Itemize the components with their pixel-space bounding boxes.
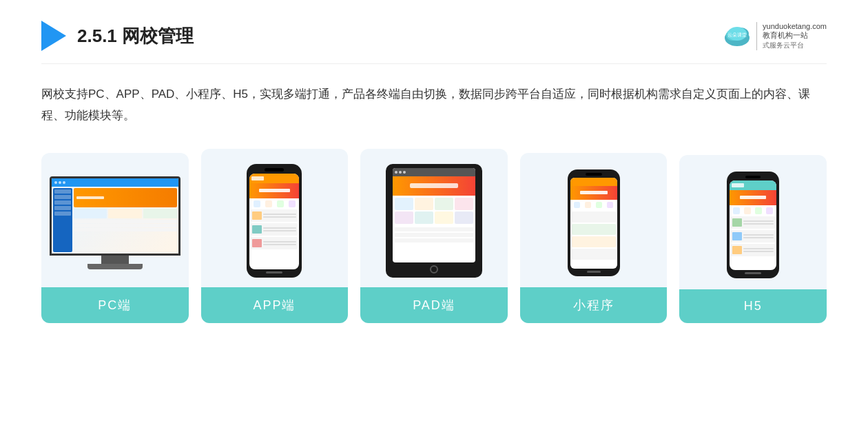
card-miniapp: 小程序 (520, 153, 668, 323)
card-miniapp-image (520, 153, 668, 287)
card-app-label: APP端 (201, 287, 349, 323)
page-title: 2.5.1 网校管理 (77, 24, 194, 48)
card-app-image (201, 149, 349, 287)
page-header: 2.5.1 网校管理 云朵课堂 yunduoketang.com 教 (41, 21, 827, 64)
mini-phone-mockup (568, 169, 620, 276)
svg-text:云朵课堂: 云朵课堂 (727, 32, 747, 37)
card-h5-image (679, 155, 827, 289)
brand-tagline1: 教育机构一站 (763, 30, 827, 41)
card-app: APP端 (201, 149, 349, 323)
card-h5: H5 (679, 155, 827, 323)
phone-mockup-h5 (727, 172, 779, 278)
card-miniapp-label: 小程序 (520, 287, 668, 323)
tablet-mockup (386, 164, 482, 278)
card-pad-label: PAD端 (360, 287, 508, 323)
desktop-screen (50, 176, 180, 256)
card-pc-image (41, 153, 189, 287)
card-pad-image (360, 149, 508, 287)
brand-tagline2: 式服务云平台 (763, 41, 827, 50)
page-container: 2.5.1 网校管理 云朵课堂 yunduoketang.com 教 (0, 0, 868, 434)
card-pad: PAD端 (360, 149, 508, 323)
brand-icon: 云朵课堂 (722, 23, 752, 49)
title-bold: 网校管理 (122, 25, 194, 46)
brand-logo: 云朵课堂 yunduoketang.com 教育机构一站 式服务云平台 (722, 22, 827, 50)
desktop-mockup (50, 176, 180, 269)
card-pc: PC端 (41, 153, 189, 323)
description-text: 网校支持PC、APP、PAD、小程序、H5，实现多端打通，产品各终端自由切换，数… (41, 83, 827, 127)
header-right: 云朵课堂 yunduoketang.com 教育机构一站 式服务云平台 (722, 22, 827, 50)
description-content: 网校支持PC、APP、PAD、小程序、H5，实现多端打通，产品各终端自由切换，数… (41, 87, 810, 122)
phone-mockup-app (247, 164, 302, 278)
card-h5-label: H5 (679, 289, 827, 323)
card-pc-label: PC端 (41, 287, 189, 323)
brand-text-block: yunduoketang.com 教育机构一站 式服务云平台 (756, 22, 827, 50)
logo-triangle-icon (41, 21, 66, 51)
cards-container: PC端 (41, 149, 827, 323)
brand-url: yunduoketang.com (763, 22, 827, 30)
section-number: 2.5.1 (77, 25, 122, 46)
header-left: 2.5.1 网校管理 (41, 21, 194, 51)
